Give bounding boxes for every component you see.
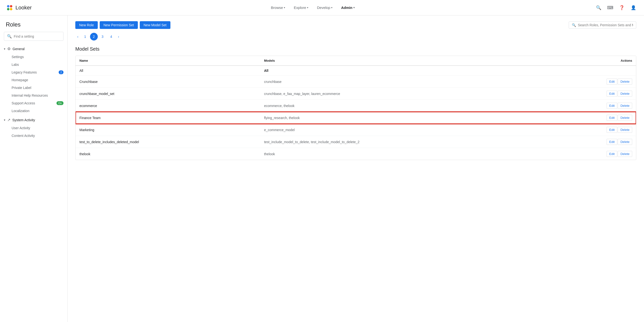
search-icon: 🔍	[7, 34, 12, 38]
edit-button-1[interactable]: Edit	[606, 79, 617, 85]
edit-button-2[interactable]: Edit	[606, 91, 617, 97]
row-name: ecommerce	[76, 100, 260, 112]
page-4[interactable]: 4	[108, 33, 115, 40]
sidebar-item-user-activity[interactable]: User Activity	[0, 124, 67, 132]
sidebar-item-support-access[interactable]: Support Access On	[0, 99, 67, 107]
logo-text: Looker	[16, 4, 32, 11]
row-name: All	[76, 66, 260, 76]
sidebar-section-system-activity: ▾ ↗ System Activity User Activity Conten…	[0, 116, 67, 140]
support-access-badge: On	[56, 101, 64, 105]
svg-point-0	[7, 5, 10, 7]
search-input[interactable]	[14, 34, 60, 38]
legacy-features-badge: 2	[59, 70, 64, 74]
pagination: ‹ 1 2 3 4 ›	[75, 33, 636, 40]
pagination-next[interactable]: ›	[116, 34, 121, 39]
edit-button-6[interactable]: Edit	[606, 139, 617, 145]
row-actions	[543, 66, 636, 76]
edit-button-4[interactable]: Edit	[606, 115, 617, 121]
delete-button-4[interactable]: Delete	[618, 115, 632, 121]
table-row: crunchbase_model_setcrunchbase, e_faa_ma…	[76, 88, 636, 100]
row-models: crunchbase, e_faa_map_layer, lauren_ecom…	[260, 88, 543, 100]
edit-button-3[interactable]: Edit	[606, 103, 617, 109]
sidebar-item-labs[interactable]: Labs	[0, 61, 67, 68]
toolbar: New Role New Permission Set New Model Se…	[75, 21, 636, 29]
row-models: ecommerce, thelook	[260, 100, 543, 112]
nav-explore[interactable]: Explore ▾	[290, 3, 312, 11]
row-actions: EditDelete	[543, 136, 636, 148]
col-name: Name	[76, 56, 260, 66]
delete-button-5[interactable]: Delete	[618, 127, 632, 133]
sidebar-item-internal-help[interactable]: Internal Help Resources	[0, 92, 67, 99]
new-permission-set-button[interactable]: New Permission Set	[100, 21, 138, 29]
delete-button-6[interactable]: Delete	[618, 139, 632, 145]
sidebar: Roles 🔍 ▾ ⚙ General Settings Labs Legacy…	[0, 15, 68, 322]
sidebar-system-activity-header[interactable]: ▾ ↗ System Activity	[0, 116, 67, 124]
sidebar-search[interactable]: 🔍	[4, 32, 64, 41]
row-actions: EditDelete	[543, 112, 636, 124]
svg-point-2	[7, 8, 10, 10]
page-1[interactable]: 1	[81, 33, 89, 40]
search-button[interactable]: 🔍	[594, 3, 604, 12]
nav-admin[interactable]: Admin ▾	[337, 3, 358, 11]
sidebar-item-legacy-features[interactable]: Legacy Features 2	[0, 68, 67, 76]
row-name: test_to_delete_includes_deleted_model	[76, 136, 260, 148]
roles-search-input[interactable]	[578, 23, 633, 27]
table-body: AllAllCrunchbasecrunchbaseEditDeletecrun…	[76, 66, 636, 160]
row-actions: EditDelete	[543, 76, 636, 88]
page-2[interactable]: 2	[90, 33, 98, 40]
row-actions: EditDelete	[543, 88, 636, 100]
help-button[interactable]: ❓	[617, 3, 626, 12]
svg-point-3	[10, 8, 12, 10]
row-models: e_commerce_model	[260, 124, 543, 136]
new-model-set-button[interactable]: New Model Set	[140, 21, 170, 29]
main-layout: Roles 🔍 ▾ ⚙ General Settings Labs Legacy…	[0, 15, 644, 322]
roles-search[interactable]: 🔍	[569, 21, 636, 29]
keyboard-button[interactable]: ⌨	[606, 3, 615, 12]
row-models: crunchbase	[260, 76, 543, 88]
delete-button-2[interactable]: Delete	[618, 91, 632, 97]
nav-browse[interactable]: Browse ▾	[267, 3, 289, 11]
sidebar-general-header[interactable]: ▾ ⚙ General	[0, 45, 67, 53]
sidebar-item-settings[interactable]: Settings	[0, 53, 67, 61]
sidebar-item-homepage[interactable]: Homepage	[0, 76, 67, 84]
row-models: test_include_model_to_delete, test_inclu…	[260, 136, 543, 148]
toolbar-buttons: New Role New Permission Set New Model Se…	[75, 21, 170, 29]
page-3[interactable]: 3	[99, 33, 106, 40]
row-name: Marketing	[76, 124, 260, 136]
pagination-prev[interactable]: ‹	[75, 34, 80, 39]
table-row: Marketinge_commerce_modelEditDelete	[76, 124, 636, 136]
delete-button-1[interactable]: Delete	[618, 79, 632, 85]
roles-search-icon: 🔍	[572, 23, 576, 27]
admin-chevron: ▾	[354, 6, 354, 9]
page-title: Roles	[0, 19, 67, 32]
table-row: CrunchbasecrunchbaseEditDelete	[76, 76, 636, 88]
delete-button-7[interactable]: Delete	[618, 151, 632, 157]
general-label: General	[12, 47, 24, 51]
nav-develop[interactable]: Develop ▾	[313, 3, 336, 11]
general-arrow-icon: ▾	[4, 47, 5, 51]
new-role-button[interactable]: New Role	[75, 21, 98, 29]
account-button[interactable]: 👤	[628, 3, 638, 12]
sidebar-item-localization[interactable]: Localization	[0, 107, 67, 115]
logo[interactable]: Looker	[6, 4, 32, 11]
top-navigation: Looker Browse ▾ Explore ▾ Develop ▾ Admi…	[0, 0, 644, 15]
row-actions: EditDelete	[543, 100, 636, 112]
table-row: test_to_delete_includes_deleted_modeltes…	[76, 136, 636, 148]
main-content: New Role New Permission Set New Model Se…	[68, 15, 644, 322]
col-actions: Actions	[543, 56, 636, 66]
develop-chevron: ▾	[331, 6, 332, 9]
edit-button-5[interactable]: Edit	[606, 127, 617, 133]
row-models: flying_research, thelook	[260, 112, 543, 124]
sidebar-item-content-activity[interactable]: Content Activity	[0, 132, 67, 140]
row-name: Finance Team	[76, 112, 260, 124]
sidebar-section-general: ▾ ⚙ General Settings Labs Legacy Feature…	[0, 45, 67, 115]
system-activity-arrow-icon: ▾	[4, 118, 5, 122]
browse-chevron: ▾	[284, 6, 285, 9]
table-header: Name Models Actions	[76, 56, 636, 66]
content-inner: New Role New Permission Set New Model Se…	[68, 15, 644, 166]
col-models: Models	[260, 56, 543, 66]
row-name: crunchbase_model_set	[76, 88, 260, 100]
edit-button-7[interactable]: Edit	[606, 151, 617, 157]
delete-button-3[interactable]: Delete	[618, 103, 632, 109]
sidebar-item-private-label[interactable]: Private Label	[0, 84, 67, 92]
